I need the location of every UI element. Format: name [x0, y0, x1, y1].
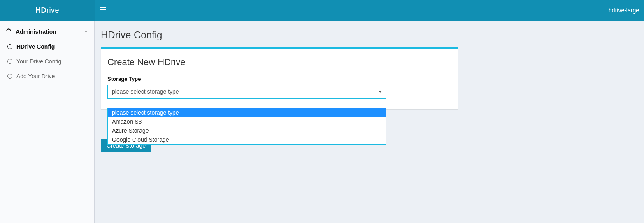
svg-rect-0 [100, 7, 106, 8]
brand-bold: HD [35, 6, 46, 14]
sidebar-item-label: HDrive Config [16, 43, 55, 50]
storage-type-select[interactable]: please select storage type [107, 85, 386, 99]
chevron-down-icon [84, 28, 88, 35]
user-label: hdrive-large [609, 7, 639, 14]
storage-type-option[interactable]: Amazon S3 [108, 117, 386, 126]
circle-icon [7, 59, 12, 64]
storage-type-option[interactable]: Google Cloud Storage [108, 135, 386, 144]
top-header: HDrive hdrive-large [0, 0, 644, 21]
brand-logo[interactable]: HDrive [0, 0, 95, 21]
sidebar-item-add-your-drive[interactable]: Add Your Drive [0, 69, 94, 84]
sidebar-section-administration[interactable]: Administration [0, 24, 94, 39]
page-title: HDrive Config [101, 29, 638, 41]
sidebar: Administration HDrive Config Your Drive … [0, 21, 95, 223]
sidebar-item-your-drive-config[interactable]: Your Drive Config [0, 54, 94, 69]
sidebar-item-hdrive-config[interactable]: HDrive Config [0, 39, 94, 54]
panel-title: Create New HDrive [107, 57, 451, 68]
main-content: HDrive Config Create New HDrive Storage … [95, 21, 644, 223]
select-display-value: please select storage type [112, 88, 179, 95]
circle-icon [7, 44, 12, 49]
dashboard-icon [6, 28, 12, 35]
caret-down-icon [379, 91, 382, 93]
menu-toggle-button[interactable] [95, 0, 111, 21]
storage-type-label: Storage Type [107, 76, 451, 82]
sidebar-section-label: Administration [16, 28, 56, 35]
sidebar-item-label: Your Drive Config [16, 58, 61, 65]
sidebar-item-label: Add Your Drive [16, 73, 55, 80]
brand-rest: rive [46, 6, 59, 14]
storage-type-option[interactable]: Azure Storage [108, 126, 386, 135]
create-hdrive-panel: Create New HDrive Storage Type please se… [101, 47, 458, 109]
user-menu[interactable]: hdrive-large [609, 0, 644, 21]
hamburger-icon [100, 7, 106, 14]
storage-type-option[interactable]: please select storage type [108, 108, 386, 117]
storage-type-dropdown: please select storage type Amazon S3 Azu… [107, 108, 386, 145]
circle-icon [7, 74, 12, 79]
svg-rect-2 [100, 12, 106, 12]
svg-rect-1 [100, 9, 106, 10]
